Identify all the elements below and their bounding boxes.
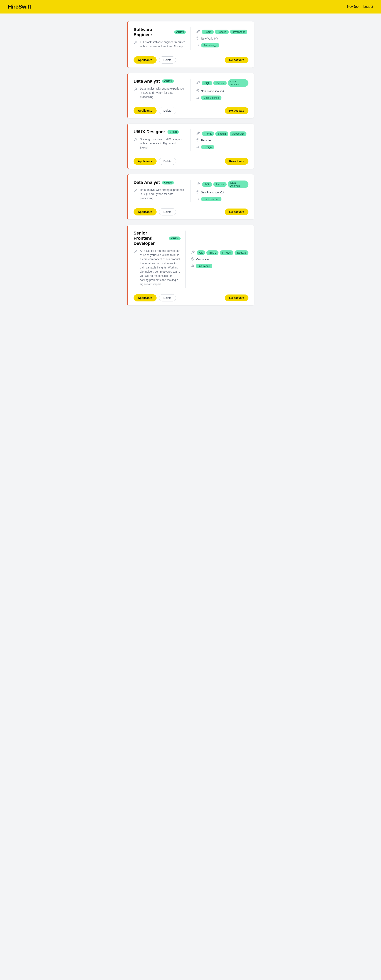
card-right: SQLPythonData Analysis San Francisco, CA — [191, 180, 248, 202]
job-card-3: UI/UX Designer OPEN Seeking a creative U… — [127, 124, 254, 169]
delete-button[interactable]: Delete — [159, 294, 176, 301]
delete-button[interactable]: Delete — [159, 56, 176, 64]
applicants-button[interactable]: Applicants — [133, 107, 157, 114]
skill-tag: Data Analysis — [228, 79, 249, 87]
skill-tag: Python — [213, 81, 226, 85]
applicants-button[interactable]: Applicants — [133, 294, 157, 301]
svg-point-13 — [197, 139, 198, 140]
job-card-5: Senior Frontend Developer OPEN As a Seni… — [127, 225, 254, 305]
card-left: Data Analyst OPEN Data analyst with stro… — [133, 79, 191, 101]
industry-row: Data Science — [196, 197, 248, 201]
card-right: SQLPythonData Analysis San Francisco, CA — [191, 79, 248, 101]
applicants-button[interactable]: Applicants — [133, 158, 157, 165]
job-title: Senior Frontend Developer — [133, 231, 167, 246]
wrench-icon — [196, 132, 200, 136]
applicants-button[interactable]: Applicants — [133, 56, 157, 64]
app-header: HireSwift NewJob Logout — [0, 0, 381, 13]
status-badge: OPEN — [174, 30, 186, 34]
industry-row: Data Science — [196, 95, 248, 100]
card-body: Senior Frontend Developer OPEN As a Seni… — [128, 225, 254, 292]
card-body: Data Analyst OPEN Data analyst with stro… — [128, 73, 254, 105]
svg-point-12 — [135, 138, 137, 140]
job-desc-row: Data analyst with strong experience in S… — [133, 87, 186, 99]
job-title: UI/UX Designer — [133, 129, 165, 134]
job-desc-row: Seeking a creative UI/UX designer with e… — [133, 137, 186, 150]
reactivate-button[interactable]: Re-activate — [225, 107, 248, 114]
card-footer: Applicants Delete Re-activate — [128, 155, 254, 169]
industry-row: Design — [196, 145, 248, 150]
delete-button[interactable]: Delete — [159, 158, 176, 165]
new-job-link[interactable]: NewJob — [347, 5, 359, 8]
job-location: Remote — [201, 139, 211, 142]
skill-tag: Sketch — [215, 132, 229, 136]
location-row: San Francisco, CA — [196, 191, 248, 194]
job-description: Data analyst with strong experience in S… — [140, 87, 186, 99]
skills-row: SQLPythonData Analysis — [196, 79, 248, 87]
card-left: Data Analyst OPEN Data analyst with stro… — [133, 180, 191, 202]
job-description: Full stack software engineer required wi… — [140, 40, 186, 48]
delete-button[interactable]: Delete — [159, 107, 176, 114]
app-logo: HireSwift — [8, 3, 31, 10]
skills-row: ReactNode.jsJavaScript — [196, 30, 248, 34]
card-right: FigmaSketchAdobe XD Remote — [191, 129, 248, 151]
job-title-row: Data Analyst OPEN — [133, 180, 186, 185]
delete-button[interactable]: Delete — [159, 208, 176, 215]
wrench-icon — [191, 250, 195, 255]
skill-tag: JavaScript — [230, 30, 247, 34]
wrench-icon — [196, 182, 200, 187]
industry-row: Technology — [196, 43, 248, 48]
industry-tag: Technology — [201, 43, 219, 48]
card-footer: Applicants Delete Re-activate — [128, 105, 254, 118]
reactivate-button[interactable]: Re-activate — [225, 208, 248, 215]
location-row: Remote — [196, 138, 248, 142]
job-title: Software Engineer — [133, 27, 172, 37]
job-location: New York, NY — [201, 37, 218, 40]
skill-tag: HTML — [206, 250, 219, 255]
logout-link[interactable]: Logout — [364, 5, 373, 8]
industry-icon — [196, 197, 199, 201]
industry-icon — [191, 264, 194, 268]
job-card-4: Data Analyst OPEN Data analyst with stro… — [127, 174, 254, 220]
job-description: Seeking a creative UI/UX designer with e… — [140, 137, 186, 150]
industry-row: Insurance — [191, 264, 248, 268]
job-location: Vancouver — [196, 258, 209, 261]
svg-point-7 — [197, 90, 198, 91]
skill-tag: Node.js — [215, 30, 229, 34]
skills-row: FigmaSketchAdobe XD — [196, 132, 248, 136]
footer-actions-left: Applicants Delete — [133, 158, 176, 165]
industry-tag: Insurance — [196, 264, 212, 268]
skill-tag: Figma — [202, 132, 214, 136]
job-location: San Francisco, CA — [201, 191, 224, 194]
card-left: Software Engineer OPEN Full stack softwa… — [133, 27, 191, 50]
location-icon — [196, 89, 199, 93]
job-title-row: Data Analyst OPEN — [133, 79, 186, 84]
reactivate-button[interactable]: Re-activate — [225, 294, 248, 301]
card-footer: Applicants Delete Re-activate — [128, 206, 254, 220]
location-icon — [196, 37, 199, 40]
person-icon — [133, 188, 138, 194]
industry-icon — [196, 43, 199, 47]
applicants-button[interactable]: Applicants — [133, 208, 157, 215]
card-left: Senior Frontend Developer OPEN As a Seni… — [133, 231, 186, 288]
job-desc-row: Data analyst with strong experience in S… — [133, 188, 186, 200]
footer-actions-left: Applicants Delete — [133, 208, 176, 215]
job-card-2: Data Analyst OPEN Data analyst with stro… — [127, 73, 254, 118]
job-card-1: Software Engineer OPEN Full stack softwa… — [127, 21, 254, 67]
location-icon — [196, 191, 199, 194]
industry-icon — [196, 96, 199, 100]
svg-point-24 — [135, 250, 137, 251]
location-row: San Francisco, CA — [196, 89, 248, 93]
reactivate-button[interactable]: Re-activate — [225, 158, 248, 165]
industry-tag: Data Science — [201, 197, 221, 201]
job-title: Data Analyst — [133, 180, 160, 185]
card-body: Data Analyst OPEN Data analyst with stro… — [128, 174, 254, 206]
card-body: UI/UX Designer OPEN Seeking a creative U… — [128, 124, 254, 155]
jobs-list: Software Engineer OPEN Full stack softwa… — [123, 13, 258, 313]
card-body: Software Engineer OPEN Full stack softwa… — [128, 21, 254, 54]
reactivate-button[interactable]: Re-activate — [225, 57, 248, 64]
skills-row: GitHTMLHTML5Node.js — [191, 250, 248, 255]
job-description: As a Senior Frontend Developer at Krux, … — [140, 249, 181, 286]
job-description: Data analyst with strong experience in S… — [140, 188, 186, 200]
wrench-icon — [196, 30, 200, 34]
svg-point-25 — [192, 258, 193, 259]
